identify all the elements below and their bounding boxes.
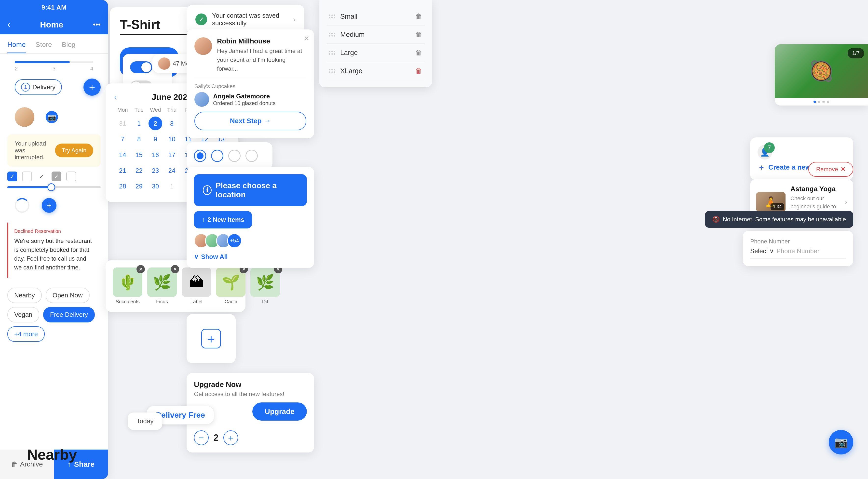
delete-medium-icon[interactable]: 🗑 [415, 30, 422, 38]
size-item-small: Small 🗑 [327, 7, 425, 26]
new-items-button[interactable]: ↑ 2 New Items [194, 211, 252, 228]
radio-row [194, 150, 265, 162]
second-sender-avatar [194, 92, 209, 107]
cal-day-14[interactable]: 14 [116, 148, 129, 162]
delete-large-icon[interactable]: 🗑 [415, 49, 422, 57]
add-fab-2[interactable]: ＋ [42, 198, 57, 213]
plant-remove-succulents[interactable]: ✕ [136, 265, 145, 274]
food-badge: 1/7 [848, 48, 864, 58]
filter-more[interactable]: +4 more [7, 326, 45, 342]
camera-fab[interactable]: 📷 [829, 430, 853, 454]
plants-row: ✕ 🌵 Succulents ✕ 🌿 Ficus 🏔 Label ✕ 🌱 Cac… [113, 267, 238, 305]
cal-day-10[interactable]: 10 [165, 132, 179, 146]
delete-small-icon[interactable]: 🗑 [415, 12, 422, 20]
radio-selected[interactable] [194, 150, 206, 162]
radio-unselected-1[interactable] [211, 150, 223, 162]
message-close-icon[interactable]: ✕ [304, 34, 309, 42]
plant-cactii: ✕ 🌱 Cactii [216, 267, 246, 305]
drag-handle-large[interactable] [329, 51, 335, 55]
progress-bar [15, 61, 93, 63]
cal-day-23[interactable]: 23 [149, 164, 162, 178]
next-step-label: Next Step [230, 117, 261, 125]
location-info-icon: ℹ [203, 185, 212, 195]
cal-day-2-today[interactable]: 2 [149, 117, 162, 130]
country-select[interactable]: Select ∨ [750, 247, 774, 255]
add-fab[interactable]: ＋ [84, 78, 101, 96]
next-step-button[interactable]: Next Step → [194, 111, 306, 130]
drag-handle-medium[interactable] [329, 33, 335, 37]
size-name-small: Small [340, 12, 415, 20]
day-mon: Mon [114, 107, 131, 113]
business-name: Sally's Cupcakes [194, 83, 306, 90]
cal-day-21[interactable]: 21 [116, 164, 129, 178]
filter-open-now[interactable]: Open Now [46, 288, 90, 303]
drag-handle-small[interactable] [329, 14, 335, 19]
slider-thumb[interactable] [48, 183, 55, 191]
filter-free-delivery[interactable]: Free Delivery [43, 307, 95, 322]
radio-unselected-3[interactable] [246, 150, 258, 162]
location-banner-text: Please choose a location [216, 181, 298, 199]
status-bar: 9:41 AM [0, 0, 108, 15]
message-sender-row: Robin Millhouse Hey James! I had a great… [194, 37, 306, 73]
avatar-add-icon[interactable]: 📷 [46, 111, 58, 123]
filter-nearby[interactable]: Nearby [7, 288, 42, 303]
plant-ficus: ✕ 🌿 Ficus [147, 267, 177, 305]
phone-number-field[interactable]: Phone Number [776, 247, 846, 255]
contact-saved-next[interactable]: › [293, 15, 296, 23]
tab-blog[interactable]: Blog [62, 37, 75, 53]
cal-day-31[interactable]: 31 [116, 117, 129, 130]
sender-text: Hey James! I had a great time at your ev… [217, 46, 306, 73]
remove-button[interactable]: Remove ✕ [808, 162, 853, 177]
sender-name: Robin Millhouse [217, 37, 306, 45]
cal-day-8[interactable]: 8 [132, 132, 146, 146]
camera-icon: 📷 [834, 436, 848, 449]
plant-label-item: 🏔 Label [182, 267, 211, 305]
cal-day-17[interactable]: 17 [165, 148, 179, 162]
quantity-decrease[interactable]: − [194, 430, 209, 445]
phone-input-panel: Phone Number Select ∨ Phone Number [743, 231, 853, 266]
back-icon[interactable]: ‹ [7, 20, 10, 30]
upgrade-button[interactable]: Upgrade [252, 403, 307, 421]
second-sender-row: Angela Gatemoore Ordered 10 glazed donut… [194, 92, 306, 107]
toggle-on[interactable] [130, 61, 152, 73]
cal-day-next-1[interactable]: 1 [165, 180, 179, 193]
checkbox-unchecked-2[interactable] [66, 171, 76, 181]
filter-vegan[interactable]: Vegan [7, 307, 39, 322]
plant-remove-ficus[interactable]: ✕ [171, 265, 179, 274]
cal-prev[interactable]: ‹ [114, 93, 117, 101]
declined-text: We're sorry but the restaurant is comple… [14, 236, 95, 272]
cal-day-3[interactable]: 3 [165, 117, 179, 130]
cal-day-7[interactable]: 7 [116, 132, 129, 146]
add-plus-button[interactable]: ＋ [201, 329, 221, 348]
cal-day-15[interactable]: 15 [132, 148, 146, 162]
cal-day-16[interactable]: 16 [149, 148, 162, 162]
checkbox-unchecked[interactable] [22, 171, 32, 181]
tab-home[interactable]: Home [7, 37, 26, 53]
radio-unselected-2[interactable] [228, 150, 241, 162]
cal-day-30[interactable]: 30 [149, 180, 162, 193]
checkbox-check-gray[interactable]: ✓ [37, 171, 46, 181]
checkbox-checked-blue[interactable]: ✓ [7, 171, 17, 181]
cal-day-22[interactable]: 22 [132, 164, 146, 178]
cal-day-1[interactable]: 1 [132, 117, 146, 130]
show-all-button[interactable]: ∨ Show All [194, 253, 307, 261]
yoga-arrow-icon[interactable]: › [845, 197, 847, 206]
try-again-button[interactable]: Try Again [55, 143, 94, 157]
location-today-strip: Today [128, 413, 162, 430]
checkboxes-row: ✓ ✓ ✓ [7, 171, 101, 181]
day-thu: Thu [164, 107, 180, 113]
second-sender-text: Ordered 10 glazed donuts [213, 100, 275, 106]
tab-store[interactable]: Store [36, 37, 52, 53]
drag-handle-xlarge[interactable] [329, 69, 335, 73]
cal-day-28[interactable]: 28 [116, 180, 129, 193]
cal-day-9[interactable]: 9 [149, 132, 162, 146]
second-sender-info: Angela Gatemoore Ordered 10 glazed donut… [213, 93, 275, 106]
plant-img-label: 🏔 [182, 267, 211, 297]
checkbox-checked-gray[interactable]: ✓ [52, 171, 61, 181]
more-icon[interactable]: ••• [93, 20, 101, 29]
quantity-increase[interactable]: ＋ [223, 430, 238, 445]
cal-day-24[interactable]: 24 [165, 164, 179, 178]
delete-xlarge-icon[interactable]: 🗑 [415, 67, 422, 75]
cal-day-29[interactable]: 29 [132, 180, 146, 193]
slider[interactable] [7, 186, 101, 188]
